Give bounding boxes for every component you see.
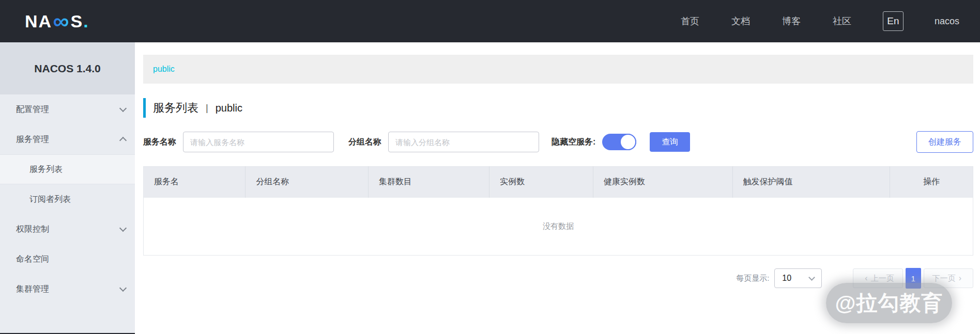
page-size-value: 10 xyxy=(782,274,791,283)
empty-state-row: 没有数据 xyxy=(144,198,973,256)
create-service-button[interactable]: 创建服务 xyxy=(916,131,973,153)
title-namespace: public xyxy=(216,102,242,114)
nav-link-community[interactable]: 社区 xyxy=(833,15,851,27)
service-name-input[interactable] xyxy=(183,132,334,152)
nacos-logo[interactable]: NA∞S. xyxy=(25,11,89,31)
nav-link-docs[interactable]: 文档 xyxy=(731,15,750,27)
col-header-cluster-count: 集群数目 xyxy=(368,167,489,198)
col-header-group-name: 分组名称 xyxy=(246,167,369,198)
sidebar-item-label: 集群管理 xyxy=(16,284,49,295)
breadcrumb: public xyxy=(143,55,973,84)
search-form: 服务名称 分组名称 隐藏空服务: 查询 创建服务 xyxy=(143,131,973,153)
version-label: NACOS 1.4.0 xyxy=(34,62,100,75)
watermark-text: @拉勾教育 xyxy=(835,289,943,317)
chevron-left-icon: ‹ xyxy=(865,274,867,283)
language-switch-button[interactable]: En xyxy=(883,11,904,31)
logo-text-right: S xyxy=(70,11,83,31)
group-name-label: 分组名称 xyxy=(348,137,381,148)
nav-link-blog[interactable]: 博客 xyxy=(782,15,801,27)
sidebar-item-label: 服务列表 xyxy=(29,164,63,175)
sidebar-item-permission-control[interactable]: 权限控制 xyxy=(0,214,135,244)
nav-links: 首页 文档 博客 社区 En nacos xyxy=(665,11,959,31)
toggle-knob xyxy=(620,134,636,150)
col-header-healthy-instance-count: 健康实例数 xyxy=(593,167,732,198)
col-header-instance-count: 实例数 xyxy=(489,167,593,198)
chevron-right-icon: › xyxy=(959,274,961,283)
hide-empty-service-label: 隐藏空服务: xyxy=(552,137,595,148)
sidebar-item-label: 配置管理 xyxy=(16,104,49,115)
breadcrumb-namespace-link[interactable]: public xyxy=(153,65,175,74)
sidebar-item-label: 权限控制 xyxy=(16,224,49,235)
page-size-select[interactable]: 10 xyxy=(774,268,822,288)
prev-page-label: 上一页 xyxy=(871,274,894,283)
group-name-input[interactable] xyxy=(388,132,539,152)
chevron-up-icon xyxy=(119,137,127,144)
logo-text-left: NA xyxy=(25,11,52,31)
infinity-icon: ∞ xyxy=(53,13,70,29)
chevron-down-icon xyxy=(119,105,127,112)
sidebar-item-service-management[interactable]: 服务管理 xyxy=(0,124,135,154)
service-table: 服务名 分组名称 集群数目 实例数 健康实例数 触发保护阈值 操作 没有数据 xyxy=(143,166,973,256)
next-page-label: 下一页 xyxy=(932,274,956,283)
sidebar-item-label: 命名空间 xyxy=(16,254,49,265)
sidebar-item-label: 服务管理 xyxy=(16,134,49,145)
logo-dot: . xyxy=(83,11,89,31)
col-header-protect-threshold: 触发保护阈值 xyxy=(732,167,890,198)
sidebar-item-cluster-management[interactable]: 集群管理 xyxy=(0,274,135,304)
sidebar-item-label: 订阅者列表 xyxy=(29,194,71,205)
sidebar: NACOS 1.4.0 配置管理 服务管理 服务列表 订阅者列表 权限控制 命名… xyxy=(0,42,135,333)
title-accent-bar xyxy=(143,98,146,118)
col-header-operations: 操作 xyxy=(890,167,973,198)
col-header-service-name: 服务名 xyxy=(144,167,246,198)
page-title: 服务列表 xyxy=(153,100,198,116)
page-size-label: 每页显示: xyxy=(736,274,769,283)
service-name-label: 服务名称 xyxy=(143,137,176,148)
page-title-row: 服务列表 | public xyxy=(143,98,973,118)
title-separator: | xyxy=(206,103,208,114)
empty-state-text: 没有数据 xyxy=(144,198,973,256)
hide-empty-service-toggle[interactable] xyxy=(602,134,636,150)
sidebar-item-namespace[interactable]: 命名空间 xyxy=(0,244,135,274)
sidebar-item-service-list[interactable]: 服务列表 xyxy=(0,154,135,184)
sidebar-item-config-management[interactable]: 配置管理 xyxy=(0,94,135,124)
chevron-down-icon xyxy=(119,225,127,232)
sidebar-item-subscriber-list[interactable]: 订阅者列表 xyxy=(0,184,135,214)
table-header-row: 服务名 分组名称 集群数目 实例数 健康实例数 触发保护阈值 操作 xyxy=(144,167,973,198)
chevron-down-icon xyxy=(808,274,815,281)
sidebar-version-header: NACOS 1.4.0 xyxy=(0,42,135,94)
watermark-badge: @拉勾教育 xyxy=(826,283,952,323)
top-navbar: NA∞S. 首页 文档 博客 社区 En nacos xyxy=(0,0,980,42)
chevron-down-icon xyxy=(119,284,127,292)
query-button[interactable]: 查询 xyxy=(650,132,690,152)
nav-link-home[interactable]: 首页 xyxy=(681,15,699,27)
username-menu[interactable]: nacos xyxy=(935,16,959,27)
